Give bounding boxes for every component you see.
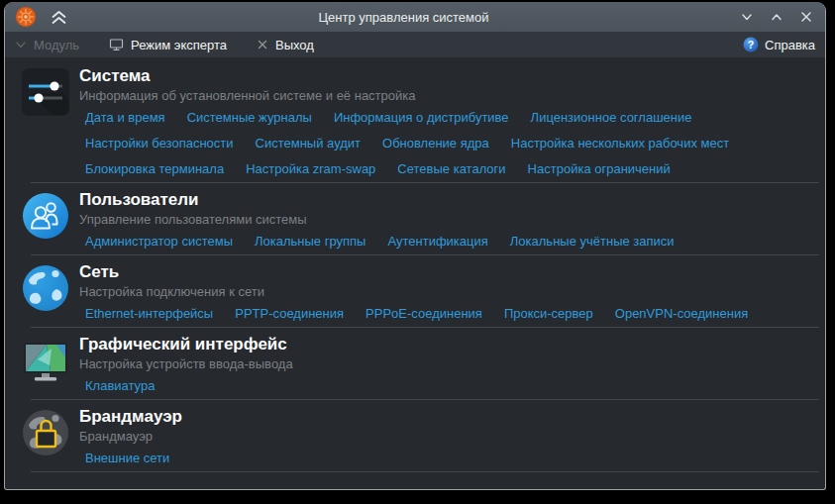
chevron-down-icon (15, 39, 27, 50)
section-subtitle: Информация об установленной системе и её… (79, 87, 813, 104)
menu-help[interactable]: ? Справка (743, 37, 815, 52)
section-links: Внешние сети (79, 450, 813, 466)
link-system-audit[interactable]: Системный аудит (256, 135, 361, 151)
link-local-groups[interactable]: Локальные группы (255, 233, 365, 250)
shade-window-button[interactable] (51, 10, 67, 25)
section-links: Дата и время Системные журналы Информаци… (79, 109, 813, 177)
section-firewall: Брандмауэр Брандмауэр Внешние сети (5, 400, 825, 472)
link-authentication[interactable]: Аутентификация (387, 233, 487, 250)
link-zram-swap[interactable]: Настройка zram-swap (246, 160, 375, 177)
section-subtitle: Настройка подключения к сети (79, 283, 813, 300)
link-pppoe[interactable]: PPPoE-соединения (365, 305, 482, 322)
section-network: Сеть Настройка подключения к сети Ethern… (5, 255, 825, 328)
globe-icon (21, 263, 70, 313)
help-question-icon: ? (743, 37, 759, 52)
menubar: Модуль Режим эксперта Выход (5, 32, 825, 57)
section-subtitle: Брандмауэр (79, 428, 813, 445)
double-chevron-up-icon (51, 10, 67, 25)
menu-exit[interactable]: Выход (257, 38, 314, 52)
module-list: Система Информация об установленной сист… (5, 57, 825, 472)
link-system-admin[interactable]: Администратор системы (85, 233, 233, 250)
section-title: Брандмауэр (79, 406, 813, 427)
users-icon (21, 191, 70, 241)
link-system-logs[interactable]: Системные журналы (187, 109, 312, 126)
section-links: Клавиатура (79, 377, 813, 394)
link-local-accounts[interactable]: Локальные учётные записи (510, 233, 675, 250)
section-title: Пользователи (79, 189, 813, 210)
section-system: Система Информация об установленной сист… (5, 59, 825, 183)
link-distro-info[interactable]: Информация о дистрибутиве (334, 109, 509, 126)
section-subtitle: Настройка устройств ввода-вывода (79, 355, 813, 372)
link-limits[interactable]: Настройка ограничений (528, 160, 671, 177)
firewall-lock-icon (21, 408, 70, 457)
monitor-small-icon (109, 38, 124, 51)
section-users: Пользователи Управление пользователями с… (5, 183, 825, 255)
minimize-icon[interactable] (740, 10, 754, 24)
section-title: Графический интерфейс (79, 334, 813, 354)
section-title: Система (79, 65, 813, 86)
menu-module[interactable]: Модуль (15, 38, 79, 52)
link-terminal-lock[interactable]: Блокировка терминала (85, 160, 224, 177)
maximize-icon[interactable] (770, 10, 783, 24)
link-keyboard[interactable]: Клавиатура (85, 377, 155, 394)
titlebar: Центр управления системой (5, 2, 825, 32)
section-gui: Графический интерфейс Настройка устройст… (5, 328, 825, 400)
link-proxy[interactable]: Прокси-сервер (504, 305, 593, 322)
link-license[interactable]: Лицензионное соглашение (531, 109, 692, 126)
window-title: Центр управления системой (67, 10, 740, 25)
section-links: Ethernet-интерфейсы PPTP-соединения PPPo… (79, 305, 813, 322)
monitor-icon (21, 336, 70, 385)
close-window-icon[interactable] (799, 10, 813, 24)
menu-expert-mode[interactable]: Режим эксперта (109, 38, 227, 52)
section-title: Сеть (79, 261, 813, 282)
section-links: Администратор системы Локальные группы А… (79, 233, 813, 250)
close-small-icon (257, 39, 268, 50)
link-multiseat[interactable]: Настройка нескольких рабочих мест (511, 135, 729, 151)
link-security-settings[interactable]: Настройки безопасности (85, 135, 234, 151)
link-external-networks[interactable]: Внешние сети (85, 450, 169, 466)
section-subtitle: Управление пользователями системы (79, 211, 813, 228)
link-ethernet[interactable]: Ethernet-интерфейсы (85, 305, 213, 322)
link-date-time[interactable]: Дата и время (85, 109, 165, 126)
link-network-dirs[interactable]: Сетевые каталоги (397, 160, 505, 177)
link-kernel-update[interactable]: Обновление ядра (382, 135, 489, 151)
link-openvpn[interactable]: OpenVPN-соединения (615, 305, 748, 322)
alt-linux-app-icon (15, 6, 37, 28)
link-pptp[interactable]: PPTP-соединения (235, 305, 344, 322)
control-center-window: Центр управления системой Модуль (4, 2, 826, 490)
svg-text:?: ? (748, 39, 754, 50)
sliders-icon (21, 67, 70, 117)
